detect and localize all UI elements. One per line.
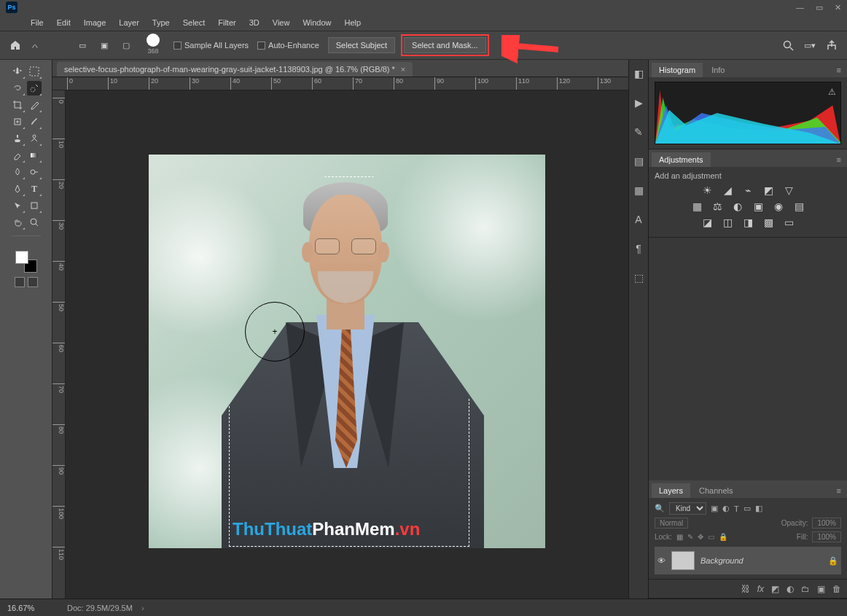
quick-select-tool[interactable] <box>27 81 42 95</box>
visibility-icon[interactable]: 👁 <box>657 556 666 565</box>
layer-row-background[interactable]: 👁 Background 🔒 <box>655 547 841 574</box>
tab-close-icon[interactable]: × <box>401 65 405 74</box>
tool-preset-icon[interactable] <box>31 39 44 52</box>
new-selection-icon[interactable]: ▭ <box>76 39 89 52</box>
paragraph-panel-icon[interactable]: ¶ <box>632 242 645 255</box>
menu-3d[interactable]: 3D <box>243 17 265 28</box>
add-selection-icon[interactable]: ▣ <box>98 39 111 52</box>
layer-name[interactable]: Background <box>700 556 743 565</box>
panel-menu-icon[interactable]: ≡ <box>831 63 847 77</box>
opacity-field[interactable]: 100% <box>812 518 841 529</box>
adj-exposure-icon[interactable]: ◩ <box>762 184 775 196</box>
adj-brightness-icon[interactable]: ☀ <box>700 184 714 196</box>
adj-mixer-icon[interactable]: ◉ <box>772 200 785 212</box>
menu-edit[interactable]: Edit <box>51 17 77 28</box>
select-and-mask-button[interactable]: Select and Mask... <box>404 37 486 53</box>
delete-layer-icon[interactable]: 🗑 <box>832 584 841 594</box>
fill-field[interactable]: 100% <box>812 531 841 542</box>
adj-curves-icon[interactable]: ⌁ <box>741 184 754 196</box>
layer-thumbnail[interactable] <box>671 551 695 570</box>
maximize-icon[interactable]: ▭ <box>816 3 823 12</box>
link-layers-icon[interactable]: ⛓ <box>741 584 750 594</box>
menu-view[interactable]: View <box>267 17 296 28</box>
adj-bw-icon[interactable]: ◐ <box>731 200 744 212</box>
layers-tab[interactable]: Layers <box>652 483 690 498</box>
doc-info[interactable]: Doc: 29.5M/29.5M <box>67 604 133 612</box>
filter-type-icon[interactable]: T <box>734 504 739 513</box>
blend-mode-select[interactable]: Normal <box>655 518 688 529</box>
menu-layer[interactable]: Layer <box>113 17 145 28</box>
new-adj-icon[interactable]: ◐ <box>786 584 794 594</box>
adj-invert-icon[interactable]: ◪ <box>700 217 714 228</box>
color-panel-icon[interactable]: ◧ <box>632 67 645 80</box>
adj-posterize-icon[interactable]: ◫ <box>721 217 734 228</box>
lock-nest-icon[interactable]: ▭ <box>708 533 714 541</box>
lock-pos-icon[interactable]: ✥ <box>698 533 703 541</box>
minimize-icon[interactable]: — <box>796 3 804 12</box>
ruler-vertical[interactable]: 0102030405060708090100110 <box>52 90 66 599</box>
history-panel-icon[interactable]: ▶ <box>632 96 645 109</box>
new-layer-icon[interactable]: ▣ <box>817 584 825 594</box>
eyedropper-tool[interactable] <box>27 98 42 112</box>
hand-tool[interactable] <box>10 215 25 230</box>
move-tool[interactable] <box>10 64 25 79</box>
eraser-tool[interactable] <box>10 148 25 163</box>
menu-select[interactable]: Select <box>177 17 211 28</box>
menu-filter[interactable]: Filter <box>212 17 241 28</box>
adj-gradientmap-icon[interactable]: ▭ <box>782 217 795 228</box>
histogram-tab[interactable]: Histogram <box>652 63 703 77</box>
pen-tool[interactable] <box>10 182 25 196</box>
info-tab[interactable]: Info <box>704 63 732 77</box>
layer-fx-icon[interactable]: fx <box>757 584 764 594</box>
brush-tool[interactable] <box>27 114 42 129</box>
libraries-panel-icon[interactable]: ▦ <box>632 184 645 197</box>
doc-info-menu-icon[interactable]: › <box>141 604 144 612</box>
adj-threshold-icon[interactable]: ◨ <box>741 217 754 228</box>
sample-all-layers-check[interactable]: Sample All Layers <box>173 41 249 50</box>
quickmask-icon[interactable] <box>15 277 25 287</box>
foreground-color[interactable] <box>15 251 28 264</box>
menu-type[interactable]: Type <box>147 17 176 28</box>
filter-pixel-icon[interactable]: ▣ <box>711 504 718 513</box>
type-tool[interactable]: T <box>27 182 42 196</box>
screenmode-icon[interactable] <box>28 277 38 287</box>
lock-all-icon[interactable]: 🔒 <box>719 533 727 541</box>
adj-balance-icon[interactable]: ⚖ <box>711 200 724 212</box>
brush-preview[interactable]: 368 <box>141 34 165 57</box>
dodge-tool[interactable] <box>27 165 42 179</box>
filter-adj-icon[interactable]: ◐ <box>722 504 730 513</box>
document-tab[interactable]: selective-focus-photograph-of-man-wearin… <box>57 62 413 77</box>
auto-enhance-check[interactable]: Auto-Enhance <box>257 41 319 50</box>
search-icon[interactable] <box>781 39 795 52</box>
marquee-tool[interactable] <box>27 64 42 79</box>
clone-tool[interactable] <box>10 131 25 146</box>
workspace-icon[interactable]: ▭▾ <box>803 39 816 52</box>
filter-smart-icon[interactable]: ◧ <box>755 504 762 513</box>
adj-levels-icon[interactable]: ◢ <box>721 184 734 196</box>
gradient-tool[interactable] <box>27 148 42 163</box>
spot-heal-tool[interactable] <box>10 114 25 129</box>
cache-warning-icon[interactable]: ⚠ <box>828 87 836 97</box>
canvas[interactable]: ThuThuatPhanMem.vn <box>66 90 628 599</box>
home-icon[interactable] <box>9 39 22 52</box>
panel-menu-icon[interactable]: ≡ <box>831 483 847 498</box>
adjustments-tab[interactable]: Adjustments <box>652 152 711 167</box>
adj-hue-icon[interactable]: ▦ <box>690 200 703 212</box>
close-icon[interactable]: ✕ <box>835 3 841 12</box>
menu-help[interactable]: Help <box>339 17 367 28</box>
filter-search-icon[interactable]: 🔍 <box>655 504 665 513</box>
zoom-level[interactable]: 16.67% <box>7 604 58 612</box>
layer-lock-icon[interactable]: 🔒 <box>828 556 838 566</box>
filter-shape-icon[interactable]: ▭ <box>743 504 751 513</box>
lasso-tool[interactable] <box>10 81 25 95</box>
menu-file[interactable]: File <box>25 17 50 28</box>
history-brush-tool[interactable] <box>27 131 42 146</box>
brushes-panel-icon[interactable]: ✎ <box>632 125 645 139</box>
adj-vibrance-icon[interactable]: ▽ <box>782 184 795 196</box>
menu-image[interactable]: Image <box>78 17 112 28</box>
blur-tool[interactable] <box>10 165 25 179</box>
share-icon[interactable] <box>825 39 838 52</box>
swatches-panel-icon[interactable]: ▤ <box>632 155 645 168</box>
zoom-tool[interactable] <box>27 215 42 230</box>
lock-paint-icon[interactable]: ✎ <box>687 533 693 541</box>
